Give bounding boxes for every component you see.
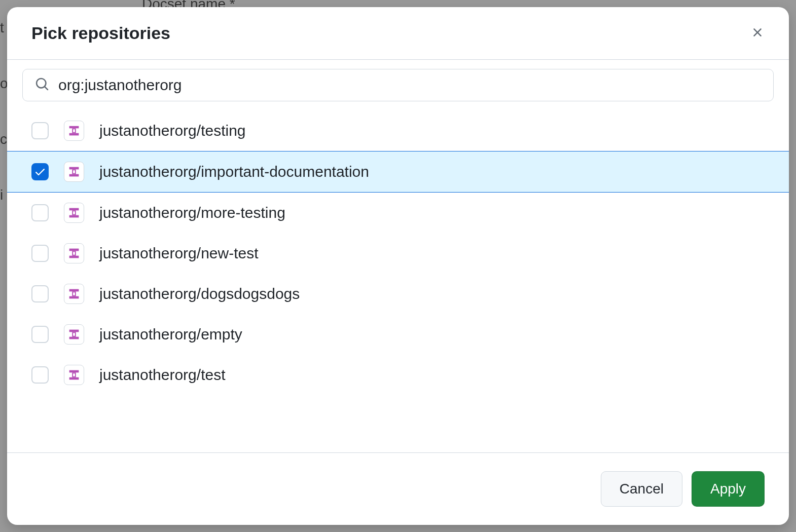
- repo-name: justanotherorg/new-test: [99, 245, 259, 262]
- search-wrapper: [7, 60, 789, 110]
- repo-name: justanotherorg/empty: [99, 326, 242, 343]
- org-avatar-icon: [64, 284, 84, 304]
- modal-header: Pick repositories: [7, 7, 789, 60]
- org-avatar-icon: [64, 121, 84, 141]
- repo-item[interactable]: justanotherorg/new-test: [7, 233, 789, 274]
- org-avatar-icon: [64, 243, 84, 263]
- close-button[interactable]: [746, 21, 769, 45]
- repo-name: justanotherorg/testing: [99, 122, 246, 139]
- search-box[interactable]: [22, 69, 774, 101]
- org-avatar-icon: [64, 324, 84, 345]
- repo-item[interactable]: justanotherorg/testing: [7, 110, 789, 151]
- org-avatar-icon: [64, 162, 84, 182]
- repo-list: justanotherorg/testing justanotherorg/im…: [7, 110, 789, 452]
- svg-rect-8: [73, 211, 75, 214]
- repo-checkbox[interactable]: [31, 245, 49, 262]
- repo-item[interactable]: justanotherorg/dogsdogsdogs: [7, 274, 789, 314]
- svg-rect-2: [73, 129, 75, 132]
- svg-rect-5: [73, 170, 75, 173]
- repo-checkbox[interactable]: [31, 366, 49, 384]
- org-avatar-icon: [64, 203, 84, 223]
- search-input[interactable]: [58, 77, 761, 94]
- pick-repositories-modal: Pick repositories justanotherorg/testing: [7, 7, 789, 525]
- svg-rect-14: [73, 292, 75, 295]
- repo-item[interactable]: justanotherorg/important-documentation: [7, 151, 789, 193]
- svg-rect-20: [73, 373, 75, 376]
- repo-checkbox[interactable]: [31, 163, 49, 180]
- repo-name: justanotherorg/dogsdogsdogs: [99, 285, 300, 302]
- repo-checkbox[interactable]: [31, 326, 49, 343]
- svg-rect-11: [73, 252, 75, 255]
- repo-name: justanotherorg/test: [99, 366, 225, 384]
- apply-button[interactable]: Apply: [692, 471, 765, 507]
- repo-item[interactable]: justanotherorg/more-testing: [7, 193, 789, 233]
- search-icon: [35, 77, 49, 93]
- repo-name: justanotherorg/important-documentation: [99, 163, 369, 180]
- svg-rect-17: [73, 333, 75, 336]
- org-avatar-icon: [64, 365, 84, 385]
- close-icon: [750, 25, 765, 41]
- repo-item[interactable]: justanotherorg/empty: [7, 314, 789, 355]
- repo-item[interactable]: justanotherorg/test: [7, 355, 789, 395]
- cancel-button[interactable]: Cancel: [601, 471, 682, 507]
- modal-footer: Cancel Apply: [7, 452, 789, 525]
- repo-checkbox[interactable]: [31, 122, 49, 139]
- repo-name: justanotherorg/more-testing: [99, 204, 285, 221]
- repo-checkbox[interactable]: [31, 285, 49, 302]
- repo-checkbox[interactable]: [31, 204, 49, 221]
- modal-title: Pick repositories: [31, 23, 170, 43]
